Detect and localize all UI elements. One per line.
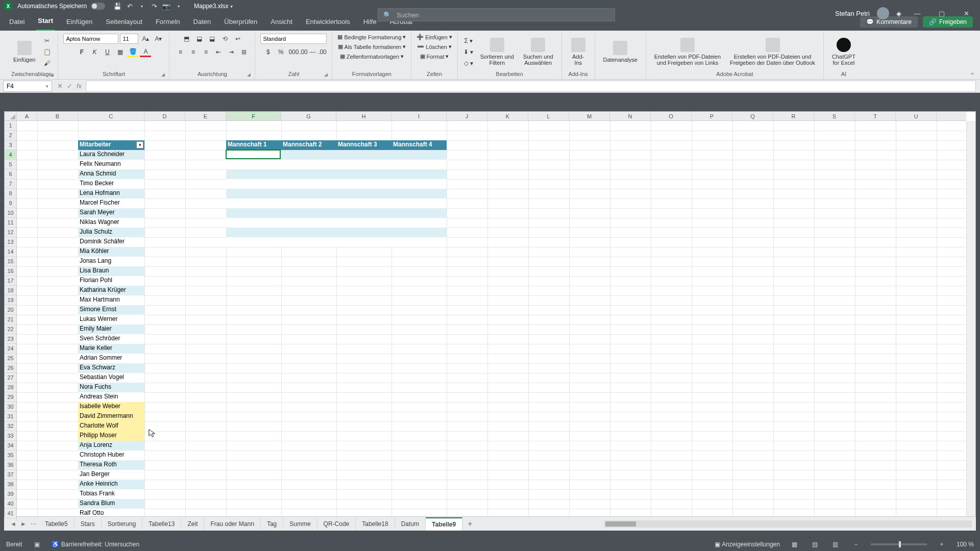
sheet-tab-frau oder mann[interactable]: Frau oder Mann [204,518,260,530]
zoom-out-icon[interactable]: − [850,540,862,549]
sheet-nav-menu-icon[interactable]: ⋯ [29,520,39,528]
row-header-13[interactable]: 13 [5,237,16,247]
align-left-icon[interactable]: ≡ [175,47,186,57]
spreadsheet-grid[interactable]: ABCDEFGHIJKLMNOPQRSTU 123456789101112131… [4,111,976,531]
save-icon[interactable]: 💾 [112,1,122,11]
sheet-tab-datum[interactable]: Datum [395,518,426,530]
fill-color-icon[interactable]: 🪣 [127,47,138,57]
bold-icon[interactable]: F [76,47,87,57]
row-header-24[interactable]: 24 [5,344,16,354]
insert-cells-button[interactable]: ➕ Einfügen ▾ [416,34,452,40]
tab-datei[interactable]: Datei [7,15,27,31]
row-header-12[interactable]: 12 [5,228,16,237]
row-header-3[interactable]: 3 [5,140,16,150]
row-header-11[interactable]: 11 [5,218,16,228]
col-header-I[interactable]: I [391,112,447,120]
indent-decrease-icon[interactable]: ⇤ [213,47,224,57]
zoom-slider[interactable] [871,543,927,545]
cell[interactable]: Sven Schröder [78,334,144,344]
format-cells-button[interactable]: ▦ Format ▾ [420,53,449,60]
search-input[interactable]: 🔍 Suchen [378,8,615,21]
cell[interactable] [281,198,336,208]
cell[interactable] [336,198,391,208]
percent-icon[interactable]: % [275,47,286,57]
row-header-14[interactable]: 14 [5,247,16,257]
col-header-G[interactable]: G [281,112,336,120]
cell[interactable] [336,179,391,189]
cell[interactable]: Andreas Stein [78,392,144,402]
align-middle-icon[interactable]: ⬓ [194,34,205,44]
increase-decimal-icon[interactable]: .00→ [301,47,312,57]
cell[interactable]: Anna Schmid [78,169,144,179]
fx-icon[interactable]: fx [77,82,82,90]
cell[interactable] [226,208,281,218]
row-header-4[interactable]: 4 [5,150,16,160]
cell[interactable]: Lukas Werner [78,315,144,324]
cell[interactable]: Isabelle Weber [78,402,144,412]
cell[interactable]: Lisa Braun [78,266,144,276]
cell[interactable]: Sandra Blum [78,499,144,509]
sheet-tab-tabelle9[interactable]: Tabelle9 [426,517,462,531]
cell[interactable]: Mannschaft 4 [391,140,447,150]
col-header-B[interactable]: B [37,112,78,120]
cell[interactable]: Max Hartmann [78,295,144,305]
tab-daten[interactable]: Daten [191,15,213,31]
maximize-button[interactable]: ▢ [933,8,950,19]
launcher-icon[interactable]: ◢ [247,72,251,77]
row-header-37[interactable]: 37 [5,470,16,480]
paste-button[interactable]: Einfügen [10,39,38,65]
select-all-corner[interactable] [5,112,17,121]
border-icon[interactable]: ▦ [114,47,126,57]
cell[interactable]: Florian Pohl [78,276,144,286]
conditional-formatting-button[interactable]: ▦ Bedingte Formatierung ▾ [337,34,406,40]
row-header-35[interactable]: 35 [5,450,16,460]
row-header-33[interactable]: 33 [5,431,16,441]
enter-formula-icon[interactable]: ✓ [67,82,72,90]
decrease-decimal-icon[interactable]: ←.00 [313,47,325,57]
row-header-15[interactable]: 15 [5,257,16,266]
col-header-N[interactable]: N [610,112,651,120]
row-header-27[interactable]: 27 [5,373,16,383]
tab-entwicklertools[interactable]: Entwicklertools [304,15,352,31]
row-header-9[interactable]: 9 [5,198,16,208]
col-header-H[interactable]: H [336,112,391,120]
align-right-icon[interactable]: ≡ [200,47,211,57]
formula-input[interactable] [86,81,976,92]
clear-icon[interactable]: ◇ ▾ [463,58,474,68]
row-header-7[interactable]: 7 [5,179,16,189]
row-headers[interactable]: 1234567891011121314151617181920212223242… [5,121,17,521]
cell-styles-button[interactable]: ▦ Zellenformatvorlagen ▾ [340,53,404,60]
autosave-toggle[interactable] [91,3,105,10]
row-header-16[interactable]: 16 [5,266,16,276]
col-header-J[interactable]: J [447,112,487,120]
cell[interactable] [391,189,447,198]
col-header-Q[interactable]: Q [732,112,773,120]
col-header-U[interactable]: U [896,112,937,120]
row-header-25[interactable]: 25 [5,354,16,363]
cell[interactable] [226,189,281,198]
cells-area[interactable]: Mitarbeiter▾Laura SchneiderFelix Neumann… [17,121,966,521]
col-header-A[interactable]: A [17,112,37,120]
sheet-tab-sortierung[interactable]: Sortierung [102,518,142,530]
cell[interactable] [281,189,336,198]
user-name[interactable]: Stefan Petri [835,10,870,17]
display-settings-button[interactable]: ▣ Anzeigeeinstellungen [715,541,780,548]
row-header-1[interactable]: 1 [5,121,16,131]
merge-icon[interactable]: ⊞ [238,47,250,57]
cell[interactable]: Simone Ernst [78,305,144,315]
cell[interactable] [391,237,447,247]
sheet-tab-summe[interactable]: Summe [283,518,317,530]
cell[interactable]: Jan Berger [78,470,144,480]
col-header-M[interactable]: M [569,112,610,120]
pdf-share-outlook-button[interactable]: Erstellen von PDF-Dateien und Freigeben … [727,36,818,68]
sheet-tab-tag[interactable]: Tag [261,518,283,530]
row-header-34[interactable]: 34 [5,441,16,450]
cell[interactable]: Mia Köhler [78,247,144,257]
tab-formeln[interactable]: Formeln [154,15,182,31]
sheet-nav-next-icon[interactable]: ► [18,520,29,528]
sheet-tab-tabelle18[interactable]: Tabelle18 [356,518,395,530]
chevron-down-icon[interactable]: ▾ [46,84,48,89]
cell[interactable] [226,169,281,179]
launcher-icon[interactable]: ◢ [161,72,165,77]
row-header-2[interactable]: 2 [5,131,16,140]
